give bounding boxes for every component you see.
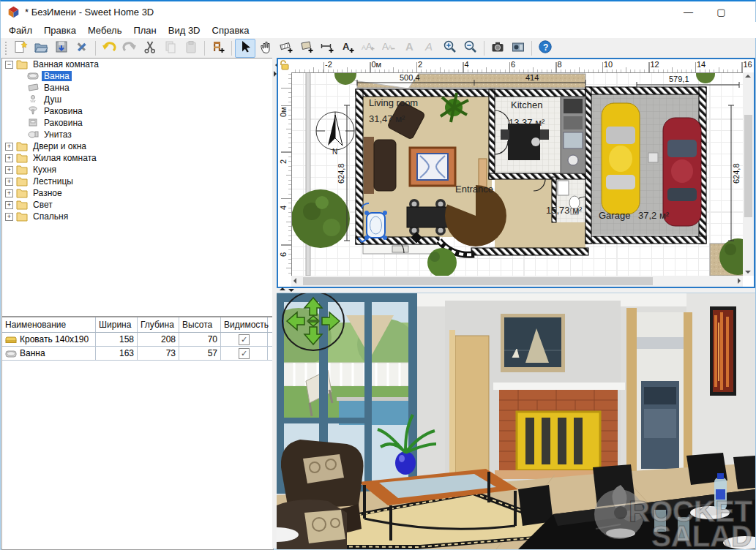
furniture-list-table[interactable]: НаименованиеШиринаГлубинаВысотаВидимость… <box>1 317 274 550</box>
cut-icon <box>143 39 157 57</box>
zoom-in-button[interactable] <box>440 39 460 58</box>
cell-height: 57 <box>179 347 221 360</box>
menu-item-1[interactable]: Правка <box>38 23 82 37</box>
column-header-1[interactable]: Ширина <box>96 317 138 332</box>
dim-label: 414 <box>525 73 539 82</box>
plan-canvas[interactable]: N 500,4 414 579,1 624,8 624,8 <box>291 72 743 276</box>
furniture-table-header[interactable]: НаименованиеШиринаГлубинаВысотаВидимость <box>2 317 273 333</box>
yellow-car[interactable] <box>602 103 640 214</box>
splitter-collapse-down-icon[interactable] <box>288 289 294 292</box>
add-furniture-button[interactable] <box>208 39 228 58</box>
cell-width: 163 <box>96 347 138 360</box>
tree-category-row[interactable]: −Ванная комната <box>2 59 273 70</box>
garage-item[interactable] <box>648 153 658 162</box>
tree-label: Душ <box>42 94 64 105</box>
toolbar-grip[interactable] <box>4 41 7 56</box>
sideboard[interactable] <box>364 137 374 194</box>
minimize-button[interactable]: — <box>672 1 705 22</box>
cell-height: 70 <box>179 333 221 346</box>
tree-category-row[interactable]: +Спальня <box>2 211 273 222</box>
open-button[interactable] <box>31 39 51 58</box>
view-3d-panel[interactable]: ROCKET SALAD <box>277 293 755 549</box>
expand-icon[interactable]: + <box>5 201 13 209</box>
redo-button[interactable] <box>119 39 140 58</box>
tree-item-row[interactable]: Душ <box>2 94 273 105</box>
ruler-label: -2 <box>325 60 332 69</box>
column-header-4[interactable]: Видимость <box>221 317 268 332</box>
tree-label: Жилая комната <box>31 153 99 163</box>
plan-view-panel[interactable]: -20м246810121416 0м2468 <box>277 58 755 288</box>
menu-item-5[interactable]: Справка <box>206 23 255 37</box>
tree-label: Ванна <box>42 71 72 81</box>
preferences-button[interactable] <box>72 39 92 58</box>
tree-category-row[interactable]: +Кухня <box>2 164 273 176</box>
plan-vertical-scrollbar[interactable] <box>743 72 754 276</box>
furniture-catalog-tree[interactable]: −Ванная комнатаВаннаВаннаДушРаковинаРако… <box>1 58 274 317</box>
column-header-3[interactable]: Высота <box>179 317 221 332</box>
maximize-button[interactable]: ▢ <box>705 1 738 22</box>
menu-item-2[interactable]: Мебель <box>82 23 128 37</box>
new-document-button[interactable] <box>10 39 31 58</box>
increase-text-size-button: AA <box>358 39 378 58</box>
ruler-label: 6 <box>511 60 515 69</box>
dim-label: 579,1 <box>669 75 689 83</box>
menu-item-3[interactable]: План <box>127 23 162 37</box>
table-row[interactable]: Кровать 140x19015820870✓ <box>2 333 273 347</box>
collapse-icon[interactable]: − <box>5 61 13 69</box>
tree-item-row[interactable]: Унитаз <box>2 129 273 140</box>
expand-icon[interactable]: + <box>5 178 13 186</box>
splitter-collapse-up-icon[interactable] <box>280 287 285 290</box>
table-row[interactable]: Ванна1637357✓ <box>2 347 273 361</box>
tree-category-row[interactable]: +Лестницы <box>2 176 273 187</box>
tree-item-row[interactable]: Раковина <box>2 117 273 129</box>
help-button[interactable]: ? <box>535 39 555 58</box>
kitchen-counter[interactable] <box>561 97 585 173</box>
tree-item-row[interactable]: Ванна <box>2 82 273 94</box>
copy-icon <box>163 39 178 57</box>
expand-icon[interactable]: + <box>5 189 13 197</box>
zoom-out-button[interactable] <box>460 39 481 58</box>
room-area: 13,37 м² <box>509 117 545 128</box>
select-button[interactable] <box>235 39 255 58</box>
tree-label: Кухня <box>31 165 59 175</box>
create-walls-button[interactable] <box>276 39 296 58</box>
tree-label: Раковина <box>42 106 85 116</box>
tree-category-row[interactable]: +Жилая комната <box>2 152 273 164</box>
create-labels-button[interactable]: A <box>337 39 358 58</box>
plan-horizontal-scrollbar[interactable] <box>291 276 743 287</box>
tree-item-row[interactable]: Раковина <box>2 105 273 117</box>
sofa[interactable] <box>374 140 396 191</box>
folder-icon <box>16 141 28 151</box>
save-button[interactable] <box>51 39 72 58</box>
cut-button[interactable] <box>140 39 160 58</box>
pan-button[interactable] <box>255 39 276 58</box>
undo-button[interactable] <box>99 39 119 58</box>
column-header-2[interactable]: Глубина <box>138 317 179 332</box>
menu-item-0[interactable]: Файл <box>3 23 38 37</box>
tree-label: Унитаз <box>42 129 74 140</box>
photo-button[interactable] <box>487 39 508 58</box>
tree-category-row[interactable]: +Разное <box>2 187 273 199</box>
column-header-0[interactable]: Наименование <box>2 317 96 332</box>
video-button[interactable] <box>508 39 528 58</box>
visibility-checkbox[interactable]: ✓ <box>239 334 250 345</box>
compass[interactable]: N <box>316 112 354 156</box>
plan-ruler-left: 0м2468 <box>278 72 292 276</box>
title-bar[interactable]: * БезИмени - Sweet Home 3D — ▢ <box>1 1 755 22</box>
expand-icon[interactable]: + <box>5 166 13 174</box>
expand-icon[interactable]: + <box>5 213 13 221</box>
expand-icon[interactable]: + <box>5 143 13 151</box>
ruler-label: 6 <box>279 242 288 257</box>
tree-category-row[interactable]: +Свет <box>2 199 273 211</box>
tree-item-row[interactable]: Ванна <box>2 70 273 82</box>
svg-text:?: ? <box>543 42 548 52</box>
create-dimensions-button[interactable] <box>317 39 337 58</box>
expand-icon[interactable]: + <box>5 154 13 162</box>
visibility-checkbox[interactable]: ✓ <box>239 348 250 359</box>
create-rooms-button[interactable] <box>296 39 317 58</box>
bold-button: A <box>399 39 419 58</box>
unlocked-padlock-icon <box>278 59 290 71</box>
tree-category-row[interactable]: +Двери и окна <box>2 140 273 152</box>
tree-label: Ванная комната <box>31 59 101 69</box>
menu-item-4[interactable]: Вид 3D <box>162 23 206 37</box>
